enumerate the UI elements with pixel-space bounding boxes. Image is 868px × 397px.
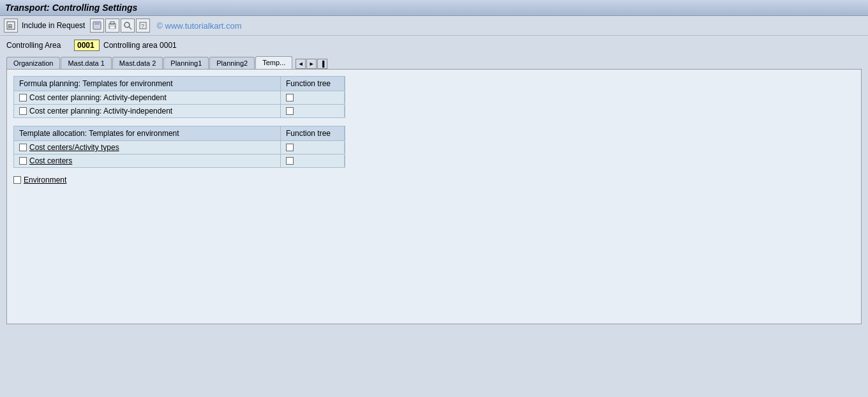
environment-row: Environment [13, 176, 855, 184]
template-row2-label: Cost centers [14, 154, 281, 167]
formula-row2-func-checkbox[interactable] [286, 107, 294, 115]
formula-section-header: Formula planning: Templates for environm… [14, 77, 345, 91]
tabs-container: Organization Mast.data 1 Mast.data 2 Pla… [6, 56, 862, 324]
controlling-area-desc: Controlling area 0001 [103, 41, 177, 50]
environment-label: Environment [24, 176, 66, 184]
environment-checkbox[interactable] [13, 176, 21, 184]
controlling-area-row: Controlling Area 0001 Controlling area 0… [6, 40, 862, 51]
formula-row2-checkbox[interactable] [19, 107, 27, 115]
formula-row2-text: Cost center planning: Activity-independe… [29, 107, 172, 116]
template-row-2: Cost centers [14, 154, 345, 167]
template-row1-func-checkbox[interactable] [286, 144, 294, 151]
formula-col1-header: Formula planning: Templates for environm… [14, 77, 281, 91]
tab-organization[interactable]: Organization [6, 57, 60, 69]
toolbar: ⊞ Include in Request ? © www.tutorialkar… [0, 16, 868, 36]
template-section-header: Template allocation: Templates for envir… [14, 126, 345, 140]
tab-prev-button[interactable]: ◄ [296, 59, 306, 69]
svg-line-9 [129, 27, 131, 29]
main-window: Transport: Controlling Settings ⊞ Includ… [0, 0, 868, 397]
tab-last-button[interactable]: ▐ [317, 59, 327, 69]
title-text: Transport: Controlling Settings [5, 3, 137, 13]
formula-row2-label: Cost center planning: Activity-independe… [14, 105, 281, 117]
find-icon[interactable] [121, 19, 135, 33]
formula-row-2: Cost center planning: Activity-independe… [14, 104, 345, 117]
template-row1-text: Cost centers/Activity types [29, 143, 119, 152]
tab-content: Formula planning: Templates for environm… [6, 69, 862, 324]
watermark: © www.tutorialkart.com [156, 21, 241, 31]
tab-mast-data-2[interactable]: Mast.data 2 [112, 57, 163, 69]
template-row1-label: Cost centers/Activity types [14, 141, 281, 154]
tab-mast-data-1[interactable]: Mast.data 1 [61, 57, 111, 69]
template-row2-checkbox[interactable] [19, 157, 27, 165]
tab-planning1[interactable]: Planning1 [163, 57, 209, 69]
print-icon[interactable] [105, 19, 119, 33]
svg-rect-4 [95, 26, 99, 29]
tab-nav-buttons: ◄ ► ▐ [296, 59, 327, 69]
tab-temp[interactable]: Temp... [255, 56, 292, 69]
template-row1-func-tree [281, 142, 345, 153]
formula-row1-text: Cost center planning: Activity-dependent [29, 93, 167, 102]
help-icon[interactable]: ? [136, 19, 150, 33]
template-col1-header: Template allocation: Templates for envir… [14, 126, 281, 140]
template-row2-func-tree [281, 155, 345, 167]
formula-row1-func-checkbox[interactable] [286, 94, 294, 101]
template-col2-header: Function tree [281, 126, 345, 140]
template-allocation-section: Template allocation: Templates for envir… [13, 126, 345, 168]
template-row-1: Cost centers/Activity types [14, 140, 345, 154]
title-bar: Transport: Controlling Settings [0, 0, 868, 16]
formula-row1-checkbox[interactable] [19, 94, 27, 101]
include-request-label: Include in Request [22, 21, 85, 30]
tab-next-button[interactable]: ► [306, 59, 317, 69]
svg-text:?: ? [141, 23, 144, 29]
svg-point-8 [124, 22, 130, 27]
formula-row-1: Cost center planning: Activity-dependent [14, 91, 345, 104]
controlling-area-value[interactable]: 0001 [74, 40, 100, 51]
controlling-area-label: Controlling Area [6, 41, 70, 50]
formula-row1-func-tree [281, 92, 345, 103]
save-icon[interactable] [90, 19, 104, 33]
formula-planning-section: Formula planning: Templates for environm… [13, 76, 345, 118]
template-row1-checkbox[interactable] [19, 144, 27, 151]
formula-row1-label: Cost center planning: Activity-dependent [14, 91, 281, 104]
formula-row2-func-tree [281, 105, 345, 117]
svg-text:⊞: ⊞ [8, 23, 13, 29]
svg-rect-3 [94, 22, 100, 25]
tab-planning2[interactable]: Planning2 [209, 57, 255, 69]
formula-col2-header: Function tree [281, 77, 345, 91]
include-request-icon[interactable]: ⊞ [4, 19, 18, 33]
svg-rect-7 [110, 26, 115, 29]
tabs-row: Organization Mast.data 1 Mast.data 2 Pla… [6, 56, 862, 69]
content-area: Controlling Area 0001 Controlling area 0… [0, 36, 868, 328]
template-row2-text: Cost centers [29, 156, 72, 165]
template-row2-func-checkbox[interactable] [286, 157, 294, 165]
